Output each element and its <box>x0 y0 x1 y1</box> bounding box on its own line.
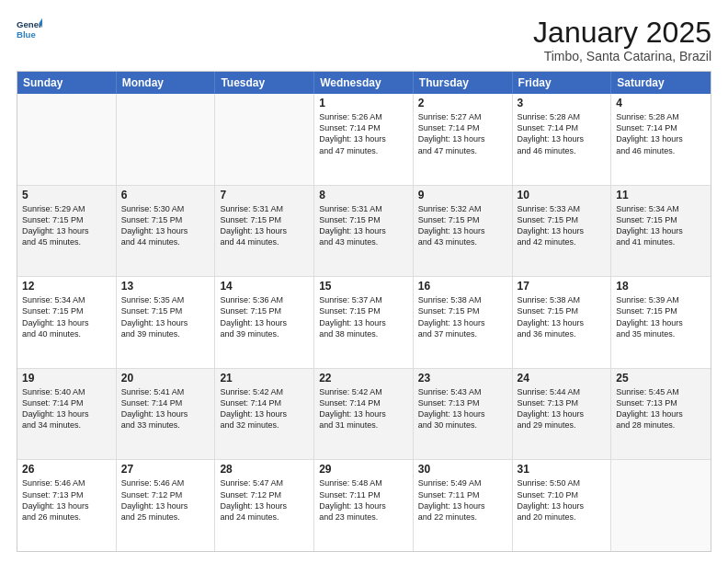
day-info: Sunrise: 5:32 AMSunset: 7:15 PMDaylight:… <box>418 203 507 248</box>
day-number: 13 <box>121 280 210 293</box>
day-info: Sunrise: 5:50 AMSunset: 7:10 PMDaylight:… <box>518 477 607 523</box>
day-number: 27 <box>121 463 210 476</box>
day-number: 8 <box>319 189 408 201</box>
day-number: 2 <box>418 97 507 109</box>
day-cell-14: 14Sunrise: 5:36 AMSunset: 7:15 PMDayligh… <box>215 277 314 368</box>
day-cell-29: 29Sunrise: 5:48 AMSunset: 7:11 PMDayligh… <box>314 460 414 551</box>
day-cell-15: 15Sunrise: 5:37 AMSunset: 7:15 PMDayligh… <box>314 277 414 368</box>
header-day-tuesday: Tuesday <box>215 72 314 94</box>
day-cell-7: 7Sunrise: 5:31 AMSunset: 7:15 PMDaylight… <box>215 186 314 277</box>
calendar-week-2: 5Sunrise: 5:29 AMSunset: 7:15 PMDaylight… <box>17 186 711 278</box>
day-info: Sunrise: 5:40 AMSunset: 7:14 PMDaylight:… <box>22 386 111 431</box>
day-info: Sunrise: 5:34 AMSunset: 7:15 PMDaylight:… <box>22 294 111 339</box>
day-number: 4 <box>616 97 706 109</box>
calendar-body: 1Sunrise: 5:26 AMSunset: 7:14 PMDaylight… <box>17 94 711 551</box>
day-info: Sunrise: 5:33 AMSunset: 7:15 PMDaylight:… <box>518 203 607 248</box>
day-info: Sunrise: 5:45 AMSunset: 7:13 PMDaylight:… <box>616 386 706 431</box>
day-cell-31: 31Sunrise: 5:50 AMSunset: 7:10 PMDayligh… <box>513 460 612 551</box>
day-cell-19: 19Sunrise: 5:40 AMSunset: 7:14 PMDayligh… <box>17 369 117 460</box>
day-info: Sunrise: 5:44 AMSunset: 7:13 PMDaylight:… <box>518 386 607 431</box>
subtitle: Timbo, Santa Catarina, Brazil <box>533 49 711 63</box>
calendar: SundayMondayTuesdayWednesdayThursdayFrid… <box>17 71 711 552</box>
day-cell-11: 11Sunrise: 5:34 AMSunset: 7:15 PMDayligh… <box>611 186 711 277</box>
calendar-week-1: 1Sunrise: 5:26 AMSunset: 7:14 PMDaylight… <box>17 94 711 186</box>
calendar-week-5: 26Sunrise: 5:46 AMSunset: 7:13 PMDayligh… <box>17 460 711 551</box>
day-info: Sunrise: 5:36 AMSunset: 7:15 PMDaylight:… <box>220 294 309 339</box>
header-day-saturday: Saturday <box>611 72 711 94</box>
logo-icon: General Blue <box>17 17 42 42</box>
day-cell-3: 3Sunrise: 5:28 AMSunset: 7:14 PMDaylight… <box>513 94 612 185</box>
day-cell-4: 4Sunrise: 5:28 AMSunset: 7:14 PMDaylight… <box>611 94 711 185</box>
day-info: Sunrise: 5:28 AMSunset: 7:14 PMDaylight:… <box>518 111 607 156</box>
day-number: 3 <box>518 97 607 109</box>
day-number: 10 <box>518 189 607 201</box>
day-cell-8: 8Sunrise: 5:31 AMSunset: 7:15 PMDaylight… <box>314 186 414 277</box>
day-cell-12: 12Sunrise: 5:34 AMSunset: 7:15 PMDayligh… <box>17 277 117 368</box>
day-number: 22 <box>319 372 408 385</box>
calendar-week-4: 19Sunrise: 5:40 AMSunset: 7:14 PMDayligh… <box>17 369 711 461</box>
header-day-wednesday: Wednesday <box>314 72 414 94</box>
day-info: Sunrise: 5:42 AMSunset: 7:14 PMDaylight:… <box>319 386 408 431</box>
day-number: 9 <box>418 189 507 201</box>
day-number: 15 <box>319 280 408 293</box>
day-number: 29 <box>319 463 408 476</box>
day-number: 17 <box>518 280 607 293</box>
day-number: 28 <box>220 463 309 476</box>
empty-cell <box>17 94 117 185</box>
day-number: 20 <box>121 372 210 385</box>
day-info: Sunrise: 5:34 AMSunset: 7:15 PMDaylight:… <box>616 203 706 248</box>
day-number: 14 <box>220 280 309 293</box>
day-number: 7 <box>220 189 309 201</box>
day-info: Sunrise: 5:43 AMSunset: 7:13 PMDaylight:… <box>418 386 507 431</box>
day-info: Sunrise: 5:38 AMSunset: 7:15 PMDaylight:… <box>418 294 507 339</box>
day-number: 21 <box>220 372 309 385</box>
day-number: 11 <box>616 189 706 201</box>
day-cell-22: 22Sunrise: 5:42 AMSunset: 7:14 PMDayligh… <box>314 369 414 460</box>
day-number: 26 <box>22 463 111 476</box>
day-cell-28: 28Sunrise: 5:47 AMSunset: 7:12 PMDayligh… <box>215 460 314 551</box>
day-cell-17: 17Sunrise: 5:38 AMSunset: 7:15 PMDayligh… <box>513 277 612 368</box>
day-number: 25 <box>616 372 706 385</box>
day-cell-24: 24Sunrise: 5:44 AMSunset: 7:13 PMDayligh… <box>513 369 612 460</box>
day-number: 1 <box>319 97 408 109</box>
day-number: 5 <box>22 189 111 201</box>
empty-cell <box>215 94 314 185</box>
day-number: 30 <box>418 463 507 476</box>
day-cell-9: 9Sunrise: 5:32 AMSunset: 7:15 PMDaylight… <box>414 186 513 277</box>
day-cell-20: 20Sunrise: 5:41 AMSunset: 7:14 PMDayligh… <box>117 369 216 460</box>
day-info: Sunrise: 5:29 AMSunset: 7:15 PMDaylight:… <box>22 203 111 248</box>
day-cell-21: 21Sunrise: 5:42 AMSunset: 7:14 PMDayligh… <box>215 369 314 460</box>
day-info: Sunrise: 5:30 AMSunset: 7:15 PMDaylight:… <box>121 203 210 248</box>
day-cell-5: 5Sunrise: 5:29 AMSunset: 7:15 PMDaylight… <box>17 186 117 277</box>
day-cell-26: 26Sunrise: 5:46 AMSunset: 7:13 PMDayligh… <box>17 460 117 551</box>
header: General Blue January 2025 Timbo, Santa C… <box>17 17 711 63</box>
header-day-thursday: Thursday <box>414 72 513 94</box>
month-title: January 2025 <box>533 17 711 49</box>
day-info: Sunrise: 5:46 AMSunset: 7:13 PMDaylight:… <box>22 477 111 523</box>
day-number: 18 <box>616 280 706 293</box>
day-cell-13: 13Sunrise: 5:35 AMSunset: 7:15 PMDayligh… <box>117 277 216 368</box>
day-info: Sunrise: 5:47 AMSunset: 7:12 PMDaylight:… <box>220 477 309 523</box>
day-info: Sunrise: 5:38 AMSunset: 7:15 PMDaylight:… <box>518 294 607 339</box>
day-cell-1: 1Sunrise: 5:26 AMSunset: 7:14 PMDaylight… <box>314 94 414 185</box>
day-cell-10: 10Sunrise: 5:33 AMSunset: 7:15 PMDayligh… <box>513 186 612 277</box>
svg-text:General: General <box>17 19 42 29</box>
day-cell-25: 25Sunrise: 5:45 AMSunset: 7:13 PMDayligh… <box>611 369 711 460</box>
day-cell-30: 30Sunrise: 5:49 AMSunset: 7:11 PMDayligh… <box>414 460 513 551</box>
day-cell-6: 6Sunrise: 5:30 AMSunset: 7:15 PMDaylight… <box>117 186 216 277</box>
day-number: 23 <box>418 372 507 385</box>
page: General Blue January 2025 Timbo, Santa C… <box>0 0 728 563</box>
day-info: Sunrise: 5:49 AMSunset: 7:11 PMDaylight:… <box>418 477 507 523</box>
header-day-sunday: Sunday <box>17 72 117 94</box>
day-info: Sunrise: 5:31 AMSunset: 7:15 PMDaylight:… <box>319 203 408 248</box>
day-info: Sunrise: 5:37 AMSunset: 7:15 PMDaylight:… <box>319 294 408 339</box>
day-info: Sunrise: 5:31 AMSunset: 7:15 PMDaylight:… <box>220 203 309 248</box>
day-number: 12 <box>22 280 111 293</box>
day-cell-23: 23Sunrise: 5:43 AMSunset: 7:13 PMDayligh… <box>414 369 513 460</box>
day-cell-2: 2Sunrise: 5:27 AMSunset: 7:14 PMDaylight… <box>414 94 513 185</box>
empty-cell <box>117 94 216 185</box>
day-number: 19 <box>22 372 111 385</box>
calendar-week-3: 12Sunrise: 5:34 AMSunset: 7:15 PMDayligh… <box>17 277 711 369</box>
logo: General Blue <box>17 17 42 42</box>
day-info: Sunrise: 5:46 AMSunset: 7:12 PMDaylight:… <box>121 477 210 523</box>
